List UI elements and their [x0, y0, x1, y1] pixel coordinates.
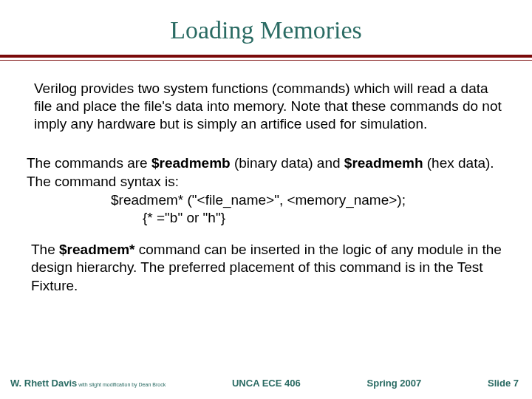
- commands-paragraph: The commands are $readmemb (binary data)…: [0, 132, 532, 191]
- rule-thick: [0, 55, 532, 58]
- footer-author-block: W. Rhett Davis with slight modification …: [10, 378, 166, 389]
- readmemb-cmd: $readmemb: [151, 155, 231, 171]
- placement-paragraph: The $readmem* command can be inserted in…: [0, 226, 532, 295]
- intro-paragraph: Verilog provides two system functions (c…: [0, 61, 532, 132]
- footer-course: UNCA ECE 406: [232, 378, 301, 389]
- text: The commands are: [27, 155, 151, 171]
- text: The: [31, 242, 59, 257]
- footer-term: Spring 2007: [367, 378, 422, 389]
- readmemh-cmd: $readmemh: [344, 155, 423, 171]
- syntax-line-2: {* ="b" or "h"}: [0, 208, 532, 226]
- slide-title: Loading Memories: [0, 0, 532, 55]
- footer: W. Rhett Davis with slight modification …: [0, 378, 532, 389]
- footer-author: W. Rhett Davis: [10, 378, 77, 389]
- syntax-line-1: $readmem* ("<file_name>", <memory_name>)…: [0, 191, 532, 208]
- text: (binary data) and: [231, 155, 344, 171]
- footer-slide: Slide 7: [488, 378, 519, 389]
- readmem-star-cmd: $readmem*: [59, 242, 134, 257]
- footer-modification: with slight modification by Dean Brock: [77, 382, 166, 387]
